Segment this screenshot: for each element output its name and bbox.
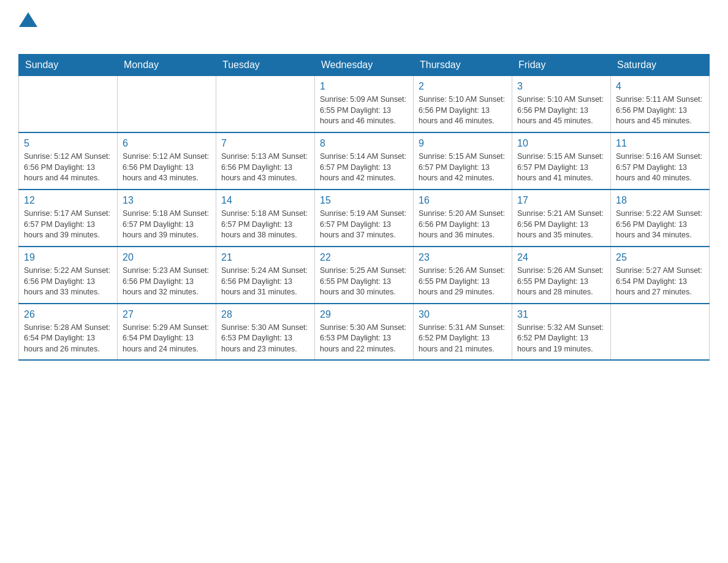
day-number: 12 xyxy=(24,194,112,207)
day-info: Sunrise: 5:22 AM Sunset: 6:56 PM Dayligh… xyxy=(616,209,704,241)
day-info: Sunrise: 5:25 AM Sunset: 6:55 PM Dayligh… xyxy=(320,266,408,298)
calendar-cell xyxy=(216,76,315,132)
calendar-cell: 13Sunrise: 5:18 AM Sunset: 6:57 PM Dayli… xyxy=(118,190,216,247)
day-number: 3 xyxy=(517,80,605,93)
calendar-cell: 6Sunrise: 5:12 AM Sunset: 6:56 PM Daylig… xyxy=(118,132,216,190)
calendar-cell: 29Sunrise: 5:30 AM Sunset: 6:53 PM Dayli… xyxy=(315,304,414,361)
calendar-cell: 8Sunrise: 5:14 AM Sunset: 6:57 PM Daylig… xyxy=(315,132,414,190)
day-info: Sunrise: 5:18 AM Sunset: 6:57 PM Dayligh… xyxy=(221,209,309,241)
day-info: Sunrise: 5:11 AM Sunset: 6:56 PM Dayligh… xyxy=(616,94,704,127)
day-info: Sunrise: 5:23 AM Sunset: 6:56 PM Dayligh… xyxy=(123,266,211,298)
day-number: 19 xyxy=(24,251,112,264)
day-info: Sunrise: 5:17 AM Sunset: 6:57 PM Dayligh… xyxy=(24,209,112,241)
logo-icon xyxy=(19,10,37,28)
day-info: Sunrise: 5:19 AM Sunset: 6:57 PM Dayligh… xyxy=(320,209,408,241)
calendar-cell: 22Sunrise: 5:25 AM Sunset: 6:55 PM Dayli… xyxy=(315,247,414,304)
calendar-cell: 7Sunrise: 5:13 AM Sunset: 6:56 PM Daylig… xyxy=(216,132,315,190)
day-info: Sunrise: 5:12 AM Sunset: 6:56 PM Dayligh… xyxy=(123,151,211,184)
calendar-cell xyxy=(611,304,710,361)
calendar-cell: 12Sunrise: 5:17 AM Sunset: 6:57 PM Dayli… xyxy=(19,190,118,247)
day-number: 11 xyxy=(616,137,704,150)
calendar-cell: 20Sunrise: 5:23 AM Sunset: 6:56 PM Dayli… xyxy=(118,247,216,304)
calendar-cell: 5Sunrise: 5:12 AM Sunset: 6:56 PM Daylig… xyxy=(19,132,118,190)
calendar-cell: 16Sunrise: 5:20 AM Sunset: 6:56 PM Dayli… xyxy=(414,190,512,247)
calendar-cell: 3Sunrise: 5:10 AM Sunset: 6:56 PM Daylig… xyxy=(512,76,611,132)
day-number: 31 xyxy=(517,308,605,321)
weekday-header-saturday: Saturday xyxy=(611,55,710,76)
calendar-cell: 23Sunrise: 5:26 AM Sunset: 6:55 PM Dayli… xyxy=(414,247,512,304)
day-info: Sunrise: 5:32 AM Sunset: 6:52 PM Dayligh… xyxy=(517,323,605,355)
day-info: Sunrise: 5:20 AM Sunset: 6:56 PM Dayligh… xyxy=(419,209,507,241)
day-info: Sunrise: 5:14 AM Sunset: 6:57 PM Dayligh… xyxy=(320,151,408,184)
day-info: Sunrise: 5:31 AM Sunset: 6:52 PM Dayligh… xyxy=(419,323,507,355)
day-info: Sunrise: 5:16 AM Sunset: 6:57 PM Dayligh… xyxy=(616,151,704,184)
day-number: 18 xyxy=(616,194,704,207)
day-number: 27 xyxy=(123,308,211,321)
calendar-cell: 24Sunrise: 5:26 AM Sunset: 6:55 PM Dayli… xyxy=(512,247,611,304)
day-number: 13 xyxy=(123,194,211,207)
day-number: 5 xyxy=(24,137,112,150)
calendar-week-row: 19Sunrise: 5:22 AM Sunset: 6:56 PM Dayli… xyxy=(19,247,710,304)
logo xyxy=(18,12,37,48)
day-number: 6 xyxy=(123,137,211,150)
day-info: Sunrise: 5:26 AM Sunset: 6:55 PM Dayligh… xyxy=(517,266,605,298)
day-info: Sunrise: 5:22 AM Sunset: 6:56 PM Dayligh… xyxy=(24,266,112,298)
calendar-cell: 26Sunrise: 5:28 AM Sunset: 6:54 PM Dayli… xyxy=(19,304,118,361)
calendar-cell xyxy=(118,76,216,132)
day-info: Sunrise: 5:12 AM Sunset: 6:56 PM Dayligh… xyxy=(24,151,112,184)
calendar-cell: 10Sunrise: 5:15 AM Sunset: 6:57 PM Dayli… xyxy=(512,132,611,190)
calendar-table: SundayMondayTuesdayWednesdayThursdayFrid… xyxy=(18,54,710,361)
day-number: 25 xyxy=(616,251,704,264)
day-number: 24 xyxy=(517,251,605,264)
day-number: 4 xyxy=(616,80,704,93)
calendar-week-row: 1Sunrise: 5:09 AM Sunset: 6:55 PM Daylig… xyxy=(19,76,710,132)
weekday-header-thursday: Thursday xyxy=(414,55,512,76)
day-number: 29 xyxy=(320,308,408,321)
calendar-cell: 15Sunrise: 5:19 AM Sunset: 6:57 PM Dayli… xyxy=(315,190,414,247)
calendar-cell: 31Sunrise: 5:32 AM Sunset: 6:52 PM Dayli… xyxy=(512,304,611,361)
day-info: Sunrise: 5:15 AM Sunset: 6:57 PM Dayligh… xyxy=(517,151,605,184)
day-info: Sunrise: 5:10 AM Sunset: 6:56 PM Dayligh… xyxy=(517,94,605,127)
day-number: 1 xyxy=(320,80,408,93)
day-info: Sunrise: 5:30 AM Sunset: 6:53 PM Dayligh… xyxy=(320,323,408,355)
calendar-cell xyxy=(19,76,118,132)
day-info: Sunrise: 5:21 AM Sunset: 6:56 PM Dayligh… xyxy=(517,209,605,241)
calendar-week-row: 26Sunrise: 5:28 AM Sunset: 6:54 PM Dayli… xyxy=(19,304,710,361)
day-info: Sunrise: 5:15 AM Sunset: 6:57 PM Dayligh… xyxy=(419,151,507,184)
day-number: 30 xyxy=(419,308,507,321)
calendar-cell: 28Sunrise: 5:30 AM Sunset: 6:53 PM Dayli… xyxy=(216,304,315,361)
page-header xyxy=(18,12,710,48)
day-info: Sunrise: 5:24 AM Sunset: 6:56 PM Dayligh… xyxy=(221,266,309,298)
day-number: 2 xyxy=(419,80,507,93)
day-number: 26 xyxy=(24,308,112,321)
weekday-header-friday: Friday xyxy=(512,55,611,76)
day-info: Sunrise: 5:18 AM Sunset: 6:57 PM Dayligh… xyxy=(123,209,211,241)
day-info: Sunrise: 5:13 AM Sunset: 6:56 PM Dayligh… xyxy=(221,151,309,184)
weekday-header-sunday: Sunday xyxy=(19,55,118,76)
calendar-cell: 17Sunrise: 5:21 AM Sunset: 6:56 PM Dayli… xyxy=(512,190,611,247)
day-number: 21 xyxy=(221,251,309,264)
day-info: Sunrise: 5:27 AM Sunset: 6:54 PM Dayligh… xyxy=(616,266,704,298)
weekday-header-tuesday: Tuesday xyxy=(216,55,315,76)
day-number: 28 xyxy=(221,308,309,321)
day-info: Sunrise: 5:28 AM Sunset: 6:54 PM Dayligh… xyxy=(24,323,112,355)
day-number: 10 xyxy=(517,137,605,150)
day-number: 22 xyxy=(320,251,408,264)
day-number: 7 xyxy=(221,137,309,150)
day-number: 17 xyxy=(517,194,605,207)
calendar-cell: 2Sunrise: 5:10 AM Sunset: 6:56 PM Daylig… xyxy=(414,76,512,132)
calendar-cell: 14Sunrise: 5:18 AM Sunset: 6:57 PM Dayli… xyxy=(216,190,315,247)
calendar-cell: 25Sunrise: 5:27 AM Sunset: 6:54 PM Dayli… xyxy=(611,247,710,304)
day-number: 8 xyxy=(320,137,408,150)
calendar-cell: 21Sunrise: 5:24 AM Sunset: 6:56 PM Dayli… xyxy=(216,247,315,304)
calendar-header-row: SundayMondayTuesdayWednesdayThursdayFrid… xyxy=(19,55,710,76)
day-info: Sunrise: 5:10 AM Sunset: 6:56 PM Dayligh… xyxy=(419,94,507,127)
calendar-week-row: 5Sunrise: 5:12 AM Sunset: 6:56 PM Daylig… xyxy=(19,132,710,190)
day-number: 15 xyxy=(320,194,408,207)
calendar-cell: 4Sunrise: 5:11 AM Sunset: 6:56 PM Daylig… xyxy=(611,76,710,132)
calendar-cell: 1Sunrise: 5:09 AM Sunset: 6:55 PM Daylig… xyxy=(315,76,414,132)
svg-marker-0 xyxy=(19,12,37,27)
calendar-cell: 11Sunrise: 5:16 AM Sunset: 6:57 PM Dayli… xyxy=(611,132,710,190)
day-info: Sunrise: 5:09 AM Sunset: 6:55 PM Dayligh… xyxy=(320,94,408,127)
calendar-cell: 27Sunrise: 5:29 AM Sunset: 6:54 PM Dayli… xyxy=(118,304,216,361)
